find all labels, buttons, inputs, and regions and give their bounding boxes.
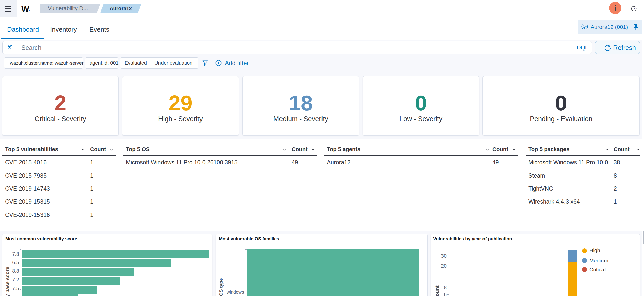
svg-text:?: ? [633,7,635,11]
